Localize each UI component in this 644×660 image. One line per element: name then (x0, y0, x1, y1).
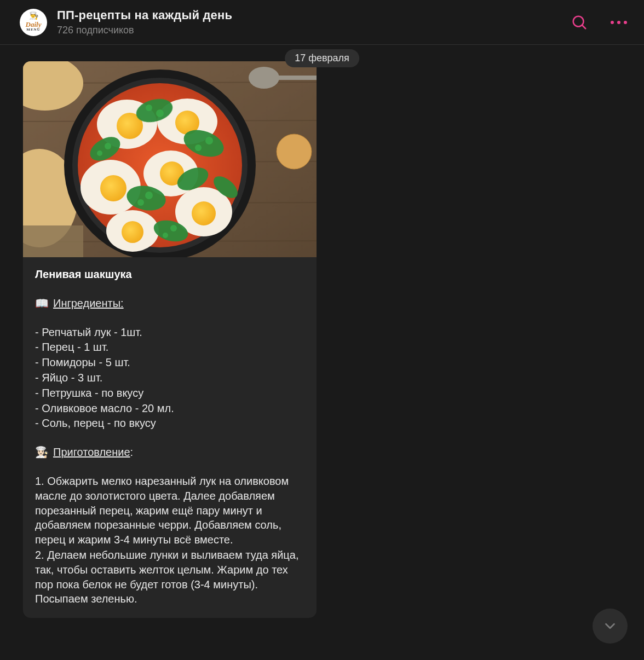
svg-point-40 (105, 143, 111, 149)
list-item: - Репчатый лук - 1шт. (35, 325, 304, 340)
recipe-image[interactable] (23, 61, 317, 257)
preparation-label: Приготовление (53, 446, 130, 458)
svg-point-43 (137, 199, 144, 206)
subscriber-count: 726 подписчиков (57, 25, 571, 36)
svg-point-41 (97, 150, 102, 156)
svg-point-42 (145, 192, 153, 199)
steps-list: 1. Обжарить мелко нарезанный лук на олив… (35, 474, 304, 606)
recipe-title: Ленивая шакшука (35, 267, 304, 282)
search-icon (571, 14, 588, 31)
svg-point-28 (122, 221, 143, 243)
ingredients-heading: 📖 Ингредиенты: (35, 296, 304, 311)
channel-avatar[interactable]: 👨‍🍳 Daily MENU (20, 9, 47, 36)
preparation-heading: 👩🏻‍🍳 Приготовление: (35, 445, 304, 460)
svg-point-44 (170, 225, 177, 231)
svg-rect-46 (23, 225, 83, 257)
chef-hat-icon: 👨‍🍳 (29, 11, 38, 20)
svg-point-25 (100, 175, 127, 201)
chef-icon: 👩🏻‍🍳 (35, 445, 49, 460)
list-item: - Соль, перец - по вкусу (35, 416, 304, 431)
book-icon: 📖 (35, 296, 49, 311)
message-bubble[interactable]: Ленивая шакшука 📖 Ингредиенты: - Репчаты… (23, 61, 317, 618)
channel-title-block[interactable]: ПП-рецепты на каждый день 726 подписчико… (57, 8, 571, 36)
list-item: - Яйцо - 3 шт. (35, 370, 304, 385)
more-button[interactable] (610, 14, 628, 31)
search-button[interactable] (571, 14, 588, 31)
chat-header: 👨‍🍳 Daily MENU ПП-рецепты на каждый день… (0, 0, 644, 45)
list-item: - Перец - 1 шт. (35, 340, 304, 355)
svg-rect-13 (275, 76, 317, 80)
list-item: - Помидоры - 5 шт. (35, 355, 304, 370)
list-item: - Петрушка - по вкусу (35, 386, 304, 401)
svg-point-27 (192, 201, 216, 225)
ingredients-label: Ингредиенты: (53, 296, 124, 311)
svg-point-37 (146, 105, 152, 111)
svg-line-1 (582, 25, 585, 28)
header-actions (571, 14, 633, 31)
svg-point-39 (195, 144, 202, 151)
svg-point-45 (163, 233, 168, 238)
svg-point-38 (205, 137, 213, 144)
svg-point-36 (156, 109, 164, 117)
chevron-down-icon (602, 618, 618, 634)
more-icon (611, 21, 627, 24)
ingredients-list: - Репчатый лук - 1шт. - Перец - 1 шт. - … (35, 325, 304, 431)
date-chip[interactable]: 17 февраля (285, 49, 359, 67)
channel-title: ПП-рецепты на каждый день (57, 8, 571, 22)
scroll-down-button[interactable] (593, 609, 628, 644)
colon: : (130, 446, 134, 458)
list-item: 1. Обжарить мелко нарезанный лук на олив… (35, 474, 304, 547)
list-item: - Оливковое масло - 20 мл. (35, 401, 304, 416)
svg-point-12 (249, 67, 279, 89)
list-item: 2. Делаем небольшие лунки и выливаем туд… (35, 548, 304, 606)
message-body: Ленивая шакшука 📖 Ингредиенты: - Репчаты… (23, 257, 317, 618)
